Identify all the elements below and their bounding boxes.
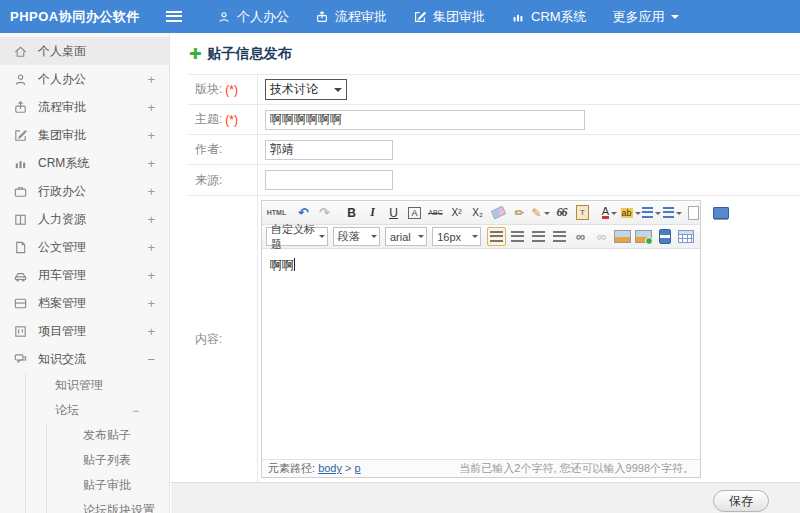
sidebar-item-personal-office[interactable]: 个人办公 + (0, 65, 169, 93)
nav-item-workflow-approval[interactable]: 流程审批 (302, 0, 400, 33)
unordered-list-button[interactable] (663, 203, 682, 222)
sidebar-item-group-approval[interactable]: 集团审批 + (0, 121, 169, 149)
sidebar-item-post-approval[interactable]: 贴子审批 (0, 473, 169, 498)
font-color-button[interactable] (600, 203, 619, 222)
sidebar-item-archive-mgmt[interactable]: 档案管理 + (0, 289, 169, 317)
sidebar-item-hr[interactable]: 人力资源 + (0, 205, 169, 233)
scrawl-button[interactable] (531, 203, 550, 222)
element-path: 元素路径: body > p (268, 461, 361, 476)
remove-format-button[interactable] (489, 203, 508, 222)
select-value: 段落 (338, 229, 360, 244)
expand-toggle[interactable]: + (147, 296, 155, 311)
nav-item-crm[interactable]: CRM系统 (498, 0, 600, 33)
author-label: 作者: (188, 135, 258, 164)
sidebar-item-forum[interactable]: 论坛 − (0, 398, 169, 423)
paste-text-button[interactable] (573, 203, 592, 222)
nav-item-personal-office[interactable]: 个人办公 (204, 0, 302, 33)
editor-content-area[interactable]: 啊啊 (262, 249, 700, 459)
sidebar-item-post-list[interactable]: 贴子列表 (0, 448, 169, 473)
font-family-select[interactable]: arial (385, 227, 427, 246)
fullscreen-button[interactable] (711, 203, 730, 222)
label-text: 版块: (195, 81, 222, 98)
save-button[interactable]: 保存 (713, 490, 769, 512)
snapshot-button[interactable] (634, 227, 653, 246)
hamburger-icon[interactable] (166, 11, 182, 22)
align-center-button[interactable] (508, 227, 527, 246)
select-value: arial (390, 231, 411, 243)
sidebar-item-label: 流程审批 (38, 99, 86, 116)
paragraph-select[interactable]: 段落 (333, 227, 380, 246)
sidebar-submenu-forum: 发布贴子 贴子列表 贴子审批 论坛版块设置 (0, 423, 169, 513)
font-size-select[interactable]: 16px (432, 227, 481, 246)
blockquote-button[interactable] (552, 203, 571, 222)
format-painter-button[interactable] (510, 203, 529, 222)
align-right-button[interactable] (529, 227, 548, 246)
image-button[interactable] (613, 227, 632, 246)
expand-toggle[interactable]: + (147, 240, 155, 255)
bold-button[interactable] (342, 203, 361, 222)
briefcase-icon (13, 183, 29, 199)
sidebar-item-workflow-approval[interactable]: 流程审批 + (0, 93, 169, 121)
top-navbar: PHPOA协同办公软件 个人办公 流程审批 集团审批 CRM系统 更多应用 (0, 0, 800, 33)
sidebar-item-project-mgmt[interactable]: 项目管理 + (0, 317, 169, 345)
expand-toggle[interactable]: + (147, 324, 155, 339)
expand-toggle[interactable]: + (147, 156, 155, 171)
sidebar-item-admin-office[interactable]: 行政办公 + (0, 177, 169, 205)
sidebar-item-personal-desktop[interactable]: 个人桌面 (0, 37, 169, 65)
sidebar-item-crm[interactable]: CRM系统 + (0, 149, 169, 177)
undo-button[interactable] (294, 203, 313, 222)
sidebar-item-forum-section-settings[interactable]: 论坛版块设置 (0, 498, 169, 513)
expand-toggle[interactable]: + (147, 100, 155, 115)
expand-toggle[interactable]: + (147, 212, 155, 227)
sidebar-item-knowledge-exchange[interactable]: 知识交流 − (0, 345, 169, 373)
sidebar-item-vehicle-mgmt[interactable]: 用车管理 + (0, 261, 169, 289)
sidebar-item-knowledge-mgmt[interactable]: 知识管理 (0, 373, 169, 398)
ordered-list-button[interactable] (642, 203, 661, 222)
custom-title-select[interactable]: 自定义标题 (266, 227, 328, 246)
section-select[interactable]: 技术讨论 (265, 79, 347, 100)
path-arrow: > (345, 462, 351, 474)
collapse-toggle[interactable]: − (132, 404, 139, 418)
expand-toggle[interactable]: + (147, 128, 155, 143)
italic-button[interactable] (363, 203, 382, 222)
document-icon (13, 239, 29, 255)
underline-button[interactable] (384, 203, 403, 222)
align-left-button[interactable] (487, 227, 506, 246)
video-button[interactable] (655, 227, 674, 246)
table-button[interactable] (676, 227, 695, 246)
link-button[interactable] (571, 227, 590, 246)
superscript-button[interactable] (447, 203, 466, 222)
expand-toggle[interactable]: + (147, 184, 155, 199)
page-title-text: 贴子信息发布 (208, 45, 292, 63)
author-input[interactable] (265, 140, 393, 160)
nav-item-more-apps[interactable]: 更多应用 (600, 0, 692, 33)
form-row-subject: 主题: (*) (188, 105, 800, 135)
sidebar-item-label: 知识管理 (55, 377, 103, 394)
strikethrough-button[interactable] (426, 203, 445, 222)
highlight-color-button[interactable] (621, 203, 640, 222)
label-text: 作者: (195, 141, 222, 158)
redo-button[interactable] (315, 203, 334, 222)
char-border-button[interactable] (405, 203, 424, 222)
sidebar-item-post-publish[interactable]: 发布贴子 (0, 423, 169, 448)
chart-icon (511, 10, 525, 24)
collapse-toggle[interactable]: − (147, 352, 155, 367)
expand-toggle[interactable]: + (147, 72, 155, 87)
path-body-link[interactable]: body (318, 462, 342, 474)
sidebar-item-label: 个人桌面 (38, 43, 86, 60)
unlink-button[interactable] (592, 227, 611, 246)
book-icon (13, 211, 29, 227)
align-justify-button[interactable] (550, 227, 569, 246)
plus-icon: ✚ (189, 47, 202, 61)
subject-input[interactable] (265, 110, 585, 130)
form-row-author: 作者: (188, 135, 800, 165)
expand-toggle[interactable]: + (147, 268, 155, 283)
new-document-button[interactable] (684, 203, 703, 222)
source-input[interactable] (265, 170, 393, 190)
subscript-button[interactable] (468, 203, 487, 222)
html-source-button[interactable] (267, 203, 286, 222)
path-p-link[interactable]: p (355, 462, 361, 474)
sidebar-item-document-mgmt[interactable]: 公文管理 + (0, 233, 169, 261)
app-window: PHPOA协同办公软件 个人办公 流程审批 集团审批 CRM系统 更多应用 个人… (0, 0, 800, 513)
nav-item-group-approval[interactable]: 集团审批 (400, 0, 498, 33)
